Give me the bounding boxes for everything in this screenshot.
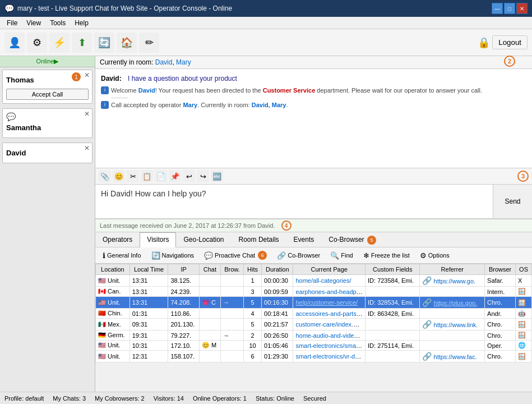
- col-brow: →: [220, 330, 243, 341]
- sub-nav-label: Navigations: [162, 252, 194, 259]
- toolbar-nav-btn[interactable]: ⬆: [72, 33, 92, 53]
- col-brow: [220, 341, 243, 351]
- editor-undo-btn[interactable]: ↩: [183, 170, 195, 182]
- status-online: Status: Online: [256, 395, 294, 402]
- col-location: 🇨🇳 Chin.: [96, 309, 130, 319]
- page-link[interactable]: home/all-categories/: [295, 277, 351, 284]
- col-os: 🪟: [516, 287, 532, 297]
- toolbar-contacts-btn[interactable]: 👤: [4, 33, 25, 53]
- editor-format-btn[interactable]: 🔤: [211, 170, 223, 182]
- col-browser: Safar.: [485, 275, 516, 287]
- maximize-button[interactable]: □: [504, 3, 515, 14]
- th-custom-fields: Custom Fields: [366, 264, 420, 275]
- samantha-name: Samantha: [6, 123, 89, 132]
- table-row[interactable]: 🇺🇸 Unit. 10:31 172.10. 😊 M 10 01:05:46 s…: [96, 341, 532, 351]
- page-link[interactable]: customer-care/index.html: [295, 321, 365, 328]
- minimize-button[interactable]: —: [492, 3, 503, 14]
- table-row[interactable]: 🇩🇪 Germ. 19:31 79.227. → 2 00:26:50 home…: [96, 330, 532, 341]
- close-david-icon[interactable]: ✕: [84, 144, 90, 152]
- sub-general-info-btn[interactable]: ℹ General Info: [99, 250, 145, 261]
- col-chat: [200, 309, 221, 319]
- menu-view[interactable]: View: [22, 18, 45, 28]
- page-link[interactable]: help/customer-service/: [295, 299, 358, 306]
- send-button[interactable]: Send: [493, 185, 532, 218]
- room-user-david[interactable]: David: [155, 58, 173, 66]
- toolbar-lightning-btn[interactable]: ⚡: [49, 33, 70, 53]
- sub-freeze-btn[interactable]: ❄ Freeze the list: [359, 250, 414, 261]
- toolbar-settings-btn[interactable]: ⚙: [27, 33, 47, 53]
- page-link[interactable]: accessoires-and-parts/digital.: [295, 310, 365, 317]
- table-row[interactable]: 🇨🇦 Can. 13:31 24.239. 3 00:09:59 earphon…: [96, 287, 532, 297]
- visitors-table: Location Local Time IP Chat Brow. Hits D…: [95, 264, 532, 362]
- table-row[interactable]: 🇺🇸 Unit. 13:31 74.208. 💗 C → 5 00:16:30 …: [96, 297, 532, 309]
- toolbar-home-btn[interactable]: 🏠: [117, 33, 137, 53]
- accept-call-button[interactable]: Accept Call: [6, 89, 89, 100]
- menu-tools[interactable]: Tools: [45, 18, 70, 28]
- status-secured: Secured: [303, 395, 326, 402]
- online-status: Online▶: [0, 56, 95, 67]
- col-hits: 5: [244, 319, 262, 330]
- col-custom: [366, 319, 420, 330]
- tab-cobrowser[interactable]: Co-Browser 5: [321, 232, 383, 247]
- col-referrer: [420, 330, 485, 341]
- page-link[interactable]: smart-electronics/vr-devices.: [295, 353, 365, 360]
- sub-cobrowser-btn[interactable]: 🔗 Co-Browser: [273, 250, 324, 261]
- editor-paste2-btn[interactable]: 📌: [169, 170, 181, 182]
- menu-bar: File View Tools Help: [0, 17, 532, 29]
- editor-redo-btn[interactable]: ↪: [197, 170, 209, 182]
- tab-visitors[interactable]: Visitors: [140, 232, 176, 247]
- editor-paste-btn[interactable]: 📄: [155, 170, 167, 182]
- col-duration: 00:09:59: [262, 287, 293, 297]
- flag-icon: 🇨🇦: [98, 288, 106, 295]
- col-location: 🇺🇸 Unit.: [96, 341, 130, 351]
- toolbar-edit-btn[interactable]: ✏: [139, 33, 159, 53]
- sub-proactive-label: Proactive Chat: [215, 252, 255, 259]
- editor-insert-btn[interactable]: 📎: [99, 170, 111, 182]
- col-location: 🇨🇦 Can.: [96, 287, 130, 297]
- col-hits: 10: [244, 341, 262, 351]
- logout-button[interactable]: Logout: [492, 35, 528, 49]
- toolbar-refresh-btn[interactable]: 🔄: [94, 33, 114, 53]
- close-button[interactable]: ✕: [516, 3, 528, 14]
- col-referrer: [420, 309, 485, 319]
- tab-room-details[interactable]: Room Details: [232, 232, 286, 247]
- editor-emoji-btn[interactable]: 😊: [113, 170, 125, 182]
- tab-geo[interactable]: Geo-Location: [176, 232, 231, 247]
- status-my-chats: My Chats: 3: [53, 395, 86, 402]
- tab-events[interactable]: Events: [286, 232, 322, 247]
- col-referrer: 🔗 https://www.fac.: [420, 351, 485, 362]
- sub-find-btn[interactable]: 🔍 Find: [326, 250, 357, 261]
- room-user-mary[interactable]: Mary: [176, 58, 191, 66]
- col-brow: →: [220, 297, 243, 309]
- sub-navigations-btn[interactable]: 🔄 Navigations: [147, 250, 198, 261]
- table-row[interactable]: 🇲🇽 Mex. 09:31 201.130. 5 00:21:57 custom…: [96, 319, 532, 330]
- sub-general-label: General Info: [107, 252, 141, 259]
- page-link[interactable]: earphones-and-headphones/: [295, 288, 365, 295]
- menu-help[interactable]: Help: [70, 18, 93, 28]
- tab-row: Operators Visitors Geo-Location Room Det…: [95, 232, 532, 247]
- close-thomas-icon[interactable]: ✕: [84, 71, 90, 79]
- col-brow: [220, 287, 243, 297]
- sub-options-btn[interactable]: ⚙ Options: [416, 250, 454, 261]
- col-hits: 1: [244, 275, 262, 287]
- close-samantha-icon[interactable]: ✕: [84, 110, 90, 118]
- editor-copy-btn[interactable]: 📋: [141, 170, 153, 182]
- chat-messages: David: I have a question about your prod…: [95, 69, 532, 168]
- page-link[interactable]: home-audio-and-video/tv-st.: [295, 332, 365, 339]
- tab-operators[interactable]: Operators: [95, 232, 140, 247]
- nav-icon: 🔄: [151, 251, 160, 260]
- message-input[interactable]: Hi David! How can I help you?: [95, 185, 493, 218]
- page-link[interactable]: smart-electronics/smart-watc.: [295, 342, 365, 349]
- editor-cut-btn[interactable]: ✂: [127, 170, 139, 182]
- table-row[interactable]: 🇺🇸 Unit. 13:31 38.125. 1 00:00:30 home/a…: [96, 275, 532, 287]
- david-name: David: [6, 149, 89, 157]
- col-os: X: [516, 275, 532, 287]
- sub-toolbar: ℹ General Info 🔄 Navigations 💬 Proactive…: [95, 247, 532, 264]
- info-icon-2: i: [101, 101, 109, 109]
- menu-file[interactable]: File: [2, 18, 22, 28]
- table-row[interactable]: 🇨🇳 Chin. 01:31 110.86. 4 00:18:41 access…: [96, 309, 532, 319]
- flag-icon: 🇺🇸: [98, 342, 106, 348]
- col-chat: [200, 330, 221, 341]
- sub-proactive-btn[interactable]: 💬 Proactive Chat 6: [200, 249, 271, 261]
- table-row[interactable]: 🇺🇸 Unit. 12:31 158.107. 6 01:29:30 smart…: [96, 351, 532, 362]
